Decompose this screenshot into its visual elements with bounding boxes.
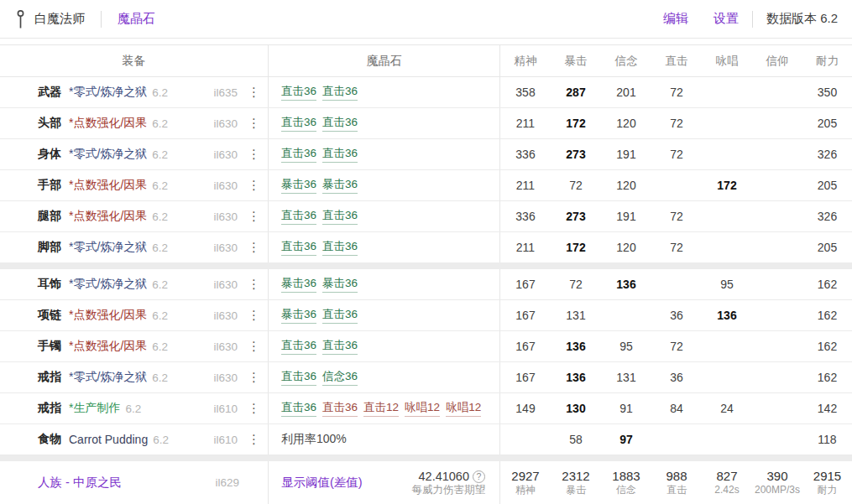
header-stat-mind: 精神 <box>500 54 551 69</box>
materia-link[interactable]: 直击36 <box>322 115 358 132</box>
item-name-link[interactable]: *零式/炼净之狱 <box>69 370 147 385</box>
stat-value: 120 <box>601 179 651 192</box>
item-level: il635 <box>213 86 238 99</box>
materia-link[interactable]: 直击36 <box>322 239 358 256</box>
materia-link[interactable]: 咏唱12 <box>446 400 481 417</box>
patch-label: 6.2 <box>152 278 168 291</box>
materia-link[interactable]: 直击36 <box>322 338 358 355</box>
materia-link[interactable]: 咏唱12 <box>405 400 440 417</box>
edit-button[interactable]: 编辑 <box>663 11 688 27</box>
materia-link[interactable]: 暴击36 <box>322 276 358 293</box>
total-stat-value: 2927 <box>500 469 551 485</box>
item-name-link[interactable]: *零式/炼净之狱 <box>69 147 147 162</box>
total-stat-column: 2915耐力 <box>802 469 852 497</box>
item-level: il610 <box>213 403 238 415</box>
show-threshold-link[interactable]: 显示阈值(差值) <box>281 475 363 491</box>
kebab-menu-icon[interactable]: ⋮ <box>248 209 258 224</box>
food-utilization-label: 利用率100% <box>281 432 347 447</box>
item-level: il630 <box>213 340 238 353</box>
stats-cell: 149130918424142 <box>500 393 852 423</box>
item-name-link[interactable]: *点数强化/因果 <box>69 178 147 193</box>
kebab-menu-icon[interactable]: ⋮ <box>248 370 258 385</box>
settings-button[interactable]: 设置 <box>713 11 739 27</box>
materia-link[interactable]: 直击12 <box>363 400 399 417</box>
kebab-menu-icon[interactable]: ⋮ <box>248 277 258 292</box>
total-stat-value: 390 <box>752 469 802 485</box>
kebab-menu-icon[interactable]: ⋮ <box>248 401 258 416</box>
materia-link[interactable]: 直击36 <box>322 307 358 324</box>
materia-link[interactable]: 直击36 <box>281 208 316 225</box>
stat-value: 287 <box>551 86 601 99</box>
stat-value: 131 <box>551 309 601 322</box>
stats-cell: 1677213695162 <box>500 269 852 299</box>
slot-label: 戒指 <box>38 370 61 385</box>
stat-value: 205 <box>802 179 852 192</box>
table-row: 头部*点数强化/因果6.2il630⋮直击36直击362111721207220… <box>0 108 852 139</box>
stats-cell: 21172120172205 <box>500 170 852 200</box>
item-name-link[interactable]: *点数强化/因果 <box>69 308 147 323</box>
materia-link[interactable]: 直击36 <box>322 84 358 101</box>
stat-value: 136 <box>551 340 601 353</box>
kebab-menu-icon[interactable]: ⋮ <box>248 308 258 323</box>
kebab-menu-icon[interactable]: ⋮ <box>248 116 258 131</box>
stat-value: 167 <box>500 371 551 384</box>
stats-cell: 33627319172326 <box>500 139 852 169</box>
item-name-link[interactable]: *点数强化/因果 <box>69 116 147 131</box>
materia-link[interactable]: 直击36 <box>281 84 316 101</box>
materia-link[interactable]: 信念36 <box>322 369 358 386</box>
equipment-cell: 项链*点数强化/因果6.2il630⋮ <box>0 300 269 330</box>
stat-value: 120 <box>601 241 651 254</box>
help-icon[interactable]: ? <box>473 470 485 483</box>
total-stat-column: 2312暴击 <box>551 469 601 497</box>
stat-value: 172 <box>551 117 601 130</box>
materia-link[interactable]: 直击36 <box>322 400 358 417</box>
materia-cell: 直击36直击36 <box>269 77 500 107</box>
item-level: il630 <box>213 278 238 291</box>
materia-link[interactable]: 暴击36 <box>281 177 316 194</box>
materia-link[interactable]: 暴击36 <box>281 276 316 293</box>
kebab-menu-icon[interactable]: ⋮ <box>248 240 258 255</box>
materia-cell: 直击36直击36直击12咏唱12咏唱12 <box>269 393 500 423</box>
header-stat-piety: 信仰 <box>752 54 802 69</box>
equipment-cell: 手镯*点数强化/因果6.2il630⋮ <box>0 331 269 361</box>
slot-label: 身体 <box>38 147 61 162</box>
materia-link[interactable]: 直击36 <box>322 146 358 163</box>
materia-link[interactable]: 暴击36 <box>281 307 316 324</box>
tab-materia[interactable]: 魔晶石 <box>118 11 155 27</box>
total-stat-column: 988直击 <box>651 469 702 497</box>
equipment-cell: 耳饰*零式/炼净之狱6.2il630⋮ <box>0 269 269 299</box>
patch-label: 6.2 <box>153 434 169 446</box>
materia-link[interactable]: 直击36 <box>281 115 316 132</box>
materia-link[interactable]: 直击36 <box>281 369 316 386</box>
stat-value: 326 <box>802 210 852 223</box>
item-name-link[interactable]: *零式/炼净之狱 <box>69 85 147 100</box>
race-link[interactable]: 人族 - 中原之民 <box>38 475 122 491</box>
materia-link[interactable]: 暴击36 <box>322 177 358 194</box>
item-name-link[interactable]: *点数强化/因果 <box>69 209 147 224</box>
damage-per-potency-value: 42.41060 <box>419 470 469 483</box>
kebab-menu-icon[interactable]: ⋮ <box>248 178 258 193</box>
materia-link[interactable]: 直击36 <box>322 208 358 225</box>
materia-link[interactable]: 直击36 <box>281 338 316 355</box>
kebab-menu-icon[interactable]: ⋮ <box>248 85 258 100</box>
materia-cell: 直击36直击36 <box>269 232 500 262</box>
item-name-link[interactable]: Carrot Pudding <box>69 433 148 446</box>
item-name-link[interactable]: *零式/炼净之狱 <box>69 277 147 292</box>
stat-value: 72 <box>651 86 702 99</box>
materia-link[interactable]: 直击36 <box>281 400 316 417</box>
item-name-link[interactable]: *生产制作 <box>69 401 120 416</box>
damage-per-potency-caption: 每威力伤害期望 <box>412 484 486 497</box>
stat-value: 120 <box>601 117 651 130</box>
total-stat-value: 988 <box>651 469 702 485</box>
kebab-menu-icon[interactable]: ⋮ <box>248 147 258 162</box>
header-stat-determination: 信念 <box>601 54 651 69</box>
item-name-link[interactable]: *点数强化/因果 <box>69 339 147 354</box>
item-level: il630 <box>213 117 238 130</box>
kebab-menu-icon[interactable]: ⋮ <box>248 339 258 354</box>
materia-link[interactable]: 直击36 <box>281 146 316 163</box>
materia-link[interactable]: 直击36 <box>281 239 316 256</box>
item-name-link[interactable]: *零式/炼净之狱 <box>69 240 147 255</box>
patch-label: 6.2 <box>152 179 168 192</box>
table-row: 项链*点数强化/因果6.2il630⋮暴击36直击361671313613616… <box>0 300 852 331</box>
kebab-menu-icon[interactable]: ⋮ <box>248 432 258 447</box>
